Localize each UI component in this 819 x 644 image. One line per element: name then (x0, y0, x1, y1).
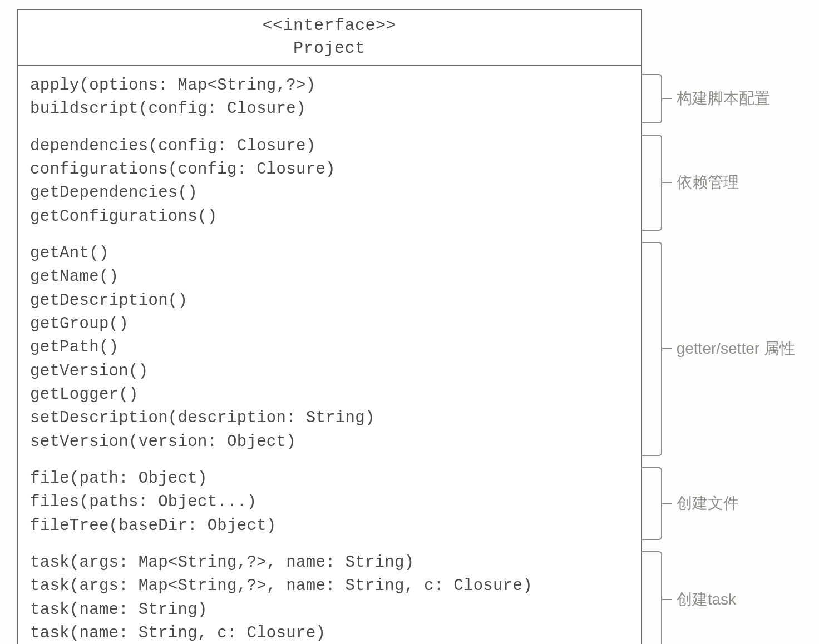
group-annotation: 创建文件 (642, 467, 808, 540)
method-signature: configurations(config: Closure) (30, 158, 629, 181)
method-signature: getGroup() (30, 313, 629, 336)
method-signature: task(name: String) (30, 598, 629, 622)
method-signature: getConfigurations() (30, 205, 629, 229)
method-signature: task(name: String, c: Closure) (30, 622, 629, 644)
method-signature: file(path: Object) (30, 467, 629, 491)
group-annotation: 创建task (642, 551, 808, 644)
method-signature: getName() (30, 265, 629, 289)
method-signature: getVersion() (30, 360, 629, 383)
method-signature: dependencies(config: Closure) (30, 135, 629, 158)
method-signature: getDescription() (30, 289, 629, 313)
brace-icon (642, 551, 662, 644)
uml-diagram: <<interface>> Project apply(options: Map… (0, 0, 819, 644)
method-group: task(args: Map<String,?>, name: String)t… (30, 548, 629, 644)
group-label: 构建脚本配置 (662, 74, 770, 123)
method-signature: buildscript(config: Closure) (30, 97, 629, 121)
method-signature: task(args: Map<String,?>, name: String, … (30, 574, 629, 598)
uml-body: apply(options: Map<String,?>)buildscript… (18, 66, 641, 644)
uml-header: <<interface>> Project (18, 10, 641, 66)
method-group: apply(options: Map<String,?>)buildscript… (30, 71, 629, 131)
method-signature: setVersion(version: Object) (30, 430, 629, 454)
method-signature: files(paths: Object...) (30, 491, 629, 514)
group-annotation: 依赖管理 (642, 135, 808, 231)
brace-icon (642, 242, 662, 456)
method-signature: getDependencies() (30, 181, 629, 205)
group-label: getter/setter 属性 (662, 242, 795, 456)
brace-icon (642, 467, 662, 540)
group-annotation: 构建脚本配置 (642, 74, 808, 123)
method-signature: setDescription(description: String) (30, 407, 629, 430)
method-signature: apply(options: Map<String,?>) (30, 74, 629, 97)
method-signature: getAnt() (30, 242, 629, 265)
uml-class-box: <<interface>> Project apply(options: Map… (17, 9, 642, 644)
group-label: 创建文件 (662, 467, 739, 540)
uml-class-name: Project (18, 37, 641, 60)
method-signature: getLogger() (30, 383, 629, 407)
method-signature: task(args: Map<String,?>, name: String) (30, 551, 629, 574)
group-label: 依赖管理 (662, 135, 739, 231)
group-label: 创建task (662, 551, 736, 644)
uml-stereotype: <<interface>> (18, 14, 641, 37)
brace-icon (642, 135, 662, 231)
annotations-column: 构建脚本配置依赖管理getter/setter 属性创建文件创建task (642, 9, 808, 644)
method-group: getAnt()getName()getDescription()getGrou… (30, 239, 629, 464)
method-group: file(path: Object)files(paths: Object...… (30, 464, 629, 548)
group-annotation: getter/setter 属性 (642, 242, 808, 456)
method-group: dependencies(config: Closure)configurati… (30, 131, 629, 239)
method-signature: fileTree(baseDir: Object) (30, 514, 629, 538)
method-signature: getPath() (30, 336, 629, 359)
brace-icon (642, 74, 662, 123)
